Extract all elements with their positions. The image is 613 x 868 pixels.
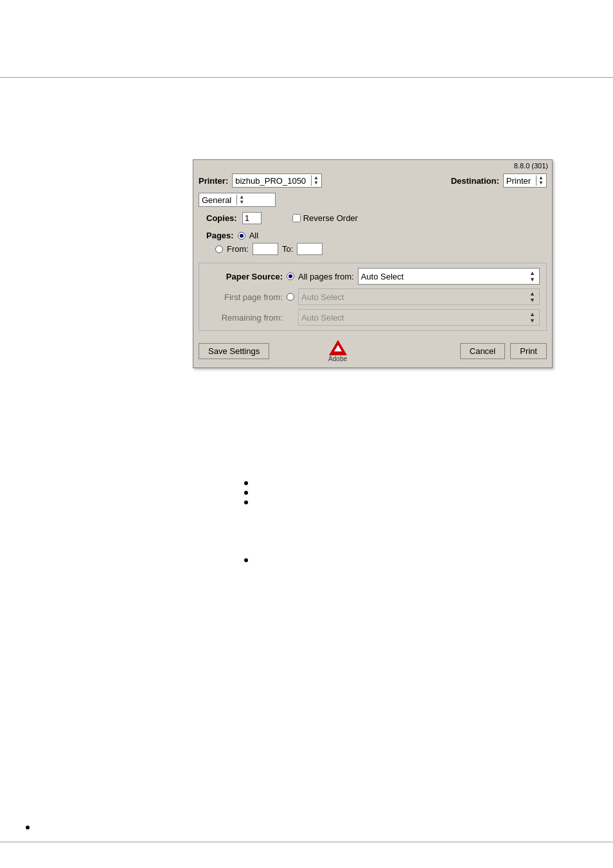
all-pages-label: All pages from: bbox=[298, 272, 354, 281]
print-button[interactable]: Print bbox=[510, 343, 547, 359]
first-page-radio[interactable] bbox=[287, 293, 294, 301]
auto-select-2-dropdown[interactable]: Auto Select ▲▼ bbox=[298, 288, 540, 305]
bullet-item-1 bbox=[244, 478, 253, 485]
pages-from-radio[interactable] bbox=[215, 245, 223, 253]
bullet-dot-3 bbox=[244, 500, 248, 504]
copies-row: Copies: Reverse Order bbox=[193, 209, 552, 227]
to-input[interactable] bbox=[297, 243, 323, 255]
bullet-dot-1 bbox=[244, 481, 248, 485]
version-label: 8.8.0 (301) bbox=[193, 160, 552, 171]
adobe-logo: Adobe bbox=[328, 340, 347, 362]
auto-select-3-spinner[interactable]: ▲▼ bbox=[528, 311, 537, 324]
remaining-row: Remaining from: Auto Select ▲▼ bbox=[202, 307, 544, 328]
paper-source-label: Paper Source: bbox=[206, 272, 283, 281]
bottom-divider bbox=[0, 842, 613, 842]
pages-all-radio[interactable] bbox=[238, 232, 245, 240]
pages-all-row: Pages: All bbox=[206, 231, 539, 240]
bullet-group-2 bbox=[244, 553, 253, 565]
to-label: To: bbox=[282, 244, 293, 254]
bullet-group-1 bbox=[244, 475, 253, 507]
destination-spinner[interactable]: ▲▼ bbox=[536, 175, 544, 186]
copies-label: Copies: bbox=[206, 213, 237, 223]
printer-spinner[interactable]: ▲▼ bbox=[311, 175, 319, 186]
bottom-bullet bbox=[26, 822, 35, 829]
bullet-dot-4 bbox=[244, 558, 248, 562]
remaining-label: Remaining from: bbox=[206, 313, 283, 323]
destination-value: Printer bbox=[506, 176, 531, 186]
reverse-order-checkbox[interactable] bbox=[292, 214, 301, 222]
printer-select[interactable]: bizhub_PRO_1050 ▲▼ bbox=[232, 173, 322, 188]
save-settings-button[interactable]: Save Settings bbox=[199, 343, 269, 359]
adobe-triangle-icon bbox=[329, 340, 347, 355]
reverse-order-label: Reverse Order bbox=[303, 213, 358, 223]
bullet-item-4 bbox=[244, 555, 253, 562]
bullet-dot-2 bbox=[244, 491, 248, 495]
from-label: From: bbox=[227, 244, 249, 254]
printer-value: bizhub_PRO_1050 bbox=[235, 176, 306, 186]
printer-label: Printer: bbox=[199, 176, 228, 186]
paper-source-section: Paper Source: All pages from: Auto Selec… bbox=[199, 263, 547, 331]
printer-row: Printer: bizhub_PRO_1050 ▲▼ Destination:… bbox=[193, 171, 552, 190]
bottom-bullet-dot bbox=[26, 826, 30, 829]
auto-select-2-value: Auto Select bbox=[301, 292, 344, 302]
from-input[interactable] bbox=[253, 243, 278, 255]
general-select[interactable]: General ▲▼ bbox=[199, 193, 276, 207]
auto-select-2-spinner[interactable]: ▲▼ bbox=[528, 290, 537, 303]
first-page-row: First page from: Auto Select ▲▼ bbox=[202, 287, 544, 307]
bullet-item-2 bbox=[244, 488, 253, 495]
auto-select-3-dropdown[interactable]: Auto Select ▲▼ bbox=[298, 309, 540, 326]
first-page-label: First page from: bbox=[206, 292, 283, 302]
destination-select[interactable]: Printer ▲▼ bbox=[503, 173, 547, 188]
bullet-item-3 bbox=[244, 497, 253, 504]
reverse-order-group: Reverse Order bbox=[292, 213, 358, 223]
auto-select-1-spinner[interactable]: ▲▼ bbox=[528, 270, 537, 283]
auto-select-3-value: Auto Select bbox=[301, 313, 344, 323]
general-spinner[interactable]: ▲▼ bbox=[236, 195, 244, 205]
pages-all-label: All bbox=[249, 231, 258, 240]
destination-label: Destination: bbox=[451, 176, 499, 186]
print-dialog: 8.8.0 (301) Printer: bizhub_PRO_1050 ▲▼ … bbox=[193, 159, 553, 368]
top-divider bbox=[0, 77, 613, 78]
dialog-footer: Save Settings Adobe Cancel Print bbox=[193, 335, 552, 368]
all-pages-radio[interactable] bbox=[287, 272, 294, 280]
cancel-button[interactable]: Cancel bbox=[460, 343, 505, 359]
general-row: General ▲▼ bbox=[193, 190, 552, 209]
auto-select-1-value: Auto Select bbox=[361, 272, 404, 281]
all-pages-row: Paper Source: All pages from: Auto Selec… bbox=[202, 266, 544, 287]
pages-label: Pages: bbox=[206, 231, 234, 240]
general-value: General bbox=[202, 195, 231, 205]
pages-section: Pages: All From: To: bbox=[193, 227, 552, 259]
pages-from-row: From: To: bbox=[206, 243, 539, 255]
adobe-label: Adobe bbox=[328, 355, 347, 362]
destination-group: Destination: Printer ▲▼ bbox=[451, 173, 547, 188]
copies-input[interactable] bbox=[242, 212, 262, 224]
auto-select-1-dropdown[interactable]: Auto Select ▲▼ bbox=[358, 268, 540, 285]
